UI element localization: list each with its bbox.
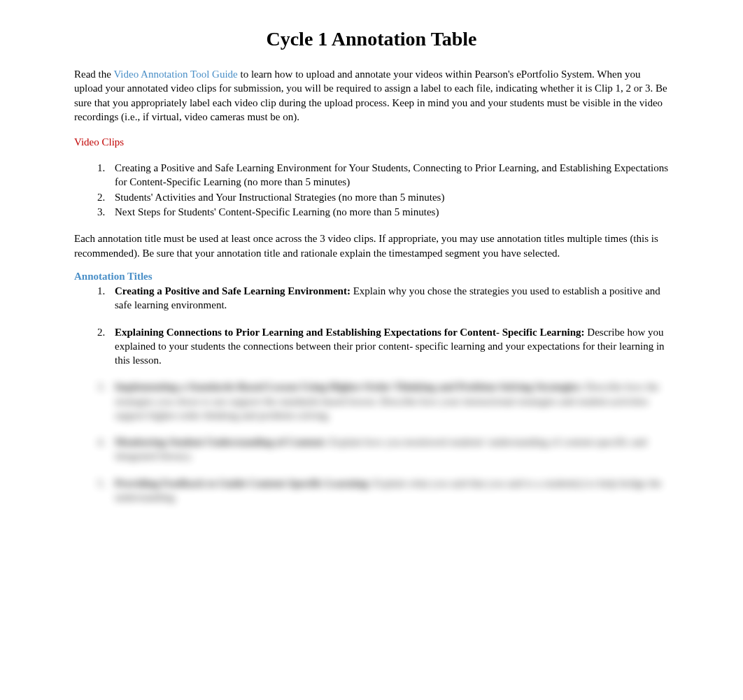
intro-paragraph: Read the Video Annotation Tool Guide to … xyxy=(74,67,669,124)
annotation-intro: Each annotation title must be used at le… xyxy=(74,231,669,261)
list-item: Explaining Connections to Prior Learning… xyxy=(108,325,669,368)
annotation-titles-header: Annotation Titles xyxy=(74,271,669,283)
list-item: Creating a Positive and Safe Learning En… xyxy=(108,161,669,190)
video-clips-header: Video Clips xyxy=(74,136,669,148)
list-item: Creating a Positive and Safe Learning En… xyxy=(108,284,669,313)
annotation-guide-link[interactable]: Video Annotation Tool Guide xyxy=(113,69,237,80)
list-item: Monitoring Student Understanding of Cont… xyxy=(108,435,669,464)
page-title: Cycle 1 Annotation Table xyxy=(74,28,669,50)
list-item: Students' Activities and Your Instructio… xyxy=(108,190,669,204)
annotation-label: Implementing a Standards-Based Lesson Us… xyxy=(115,381,583,392)
annotation-label: Explaining Connections to Prior Learning… xyxy=(115,327,585,338)
video-clips-list: Creating a Positive and Safe Learning En… xyxy=(108,161,669,219)
annotation-titles-list: Creating a Positive and Safe Learning En… xyxy=(108,284,669,367)
list-item: Next Steps for Students' Content-Specifi… xyxy=(108,205,669,219)
annotation-label: Monitoring Student Understanding of Cont… xyxy=(115,436,327,448)
annotation-label: Creating a Positive and Safe Learning En… xyxy=(115,285,351,297)
intro-prefix: Read the xyxy=(74,69,113,80)
list-item: Providing Feedback to Guide Content-Spec… xyxy=(108,476,669,505)
list-item: Implementing a Standards-Based Lesson Us… xyxy=(108,380,669,422)
blurred-content: Implementing a Standards-Based Lesson Us… xyxy=(108,380,669,504)
annotation-label: Providing Feedback to Guide Content-Spec… xyxy=(115,478,371,489)
